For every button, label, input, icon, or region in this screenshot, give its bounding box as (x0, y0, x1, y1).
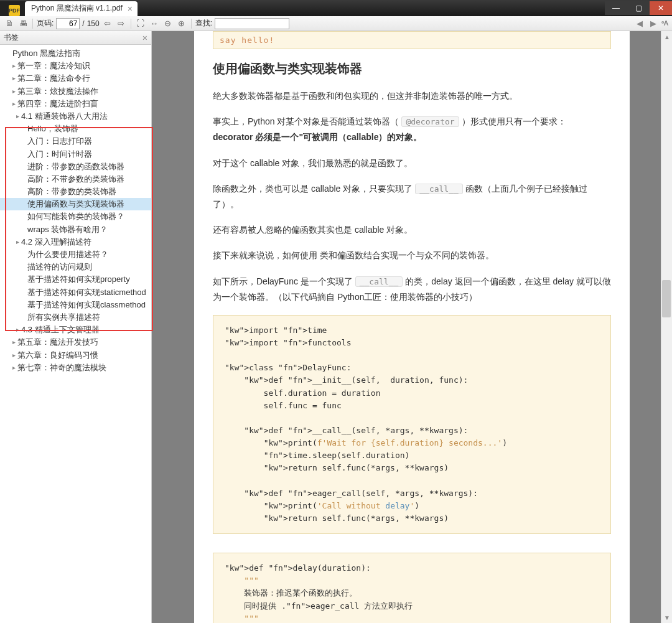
pdf-page: say hello! 使用偏函数与类实现装饰器 绝大多数装饰器都是基于函数和闭包… (194, 31, 630, 623)
sidebar-header: 书签 × (0, 31, 151, 45)
bookmark-item[interactable]: wraps 装饰器有啥用？ (0, 223, 151, 236)
sidebar-title: 书签 (4, 32, 19, 43)
page-sep: / (82, 19, 84, 28)
page-input[interactable] (56, 18, 80, 29)
bookmark-item[interactable]: Python 黑魔法指南 (0, 47, 151, 60)
scroll-thumb[interactable] (662, 280, 671, 317)
find-label: 查找: (195, 18, 212, 29)
inline-code: __call__ (355, 276, 403, 287)
page-label: 页码: (37, 18, 54, 29)
bookmark-item[interactable]: ▸4.3 精通上下文管理器 (0, 324, 151, 336)
next-page-icon[interactable]: ⇨ (116, 18, 127, 29)
document-viewport[interactable]: say hello! 使用偏函数与类实现装饰器 绝大多数装饰器都是基于函数和闭包… (152, 31, 672, 623)
bookmark-item[interactable]: 基于描述符如何实现staticmethod (0, 286, 151, 299)
bookmark-item[interactable]: 高阶：不带参数的类装饰器 (0, 173, 151, 185)
tab-title: Python 黑魔法指南 v1.1.pdf (31, 3, 123, 14)
bookmark-item[interactable]: ▸4.2 深入理解描述符 (0, 236, 151, 248)
forward-icon[interactable]: ▶ (648, 18, 659, 29)
sidebar-close-icon[interactable]: × (142, 33, 147, 43)
bookmark-item[interactable]: 进阶：带参数的函数装饰器 (0, 161, 151, 173)
main-area: 书签 × Python 黑魔法指南▸第一章：魔法冷知识▸第二章：魔法命令行▸第三… (0, 31, 672, 623)
inline-code: __call__ (415, 184, 463, 194)
bookmark-item[interactable]: ▸第五章：魔法开发技巧 (0, 336, 151, 349)
bookmark-item[interactable]: 描述符的访问规则 (0, 261, 151, 273)
bookmark-tree[interactable]: Python 黑魔法指南▸第一章：魔法冷知识▸第二章：魔法命令行▸第三章：炫技魔… (0, 45, 151, 623)
paragraph: 还有容易被人忽略的偏函数其实也是 callable 对象。 (213, 222, 611, 238)
bookmark-item[interactable]: 使用偏函数与类实现装饰器 (0, 198, 151, 210)
scroll-up-icon[interactable]: ▲ (661, 31, 672, 42)
bookmark-item[interactable]: 基于描述符如何实现property (0, 273, 151, 286)
bookmark-item[interactable]: ▸第一章：魔法冷知识 (0, 60, 151, 72)
bookmark-item[interactable]: ▸第四章：魔法进阶扫盲 (0, 98, 151, 110)
code-output-box: say hello! (213, 31, 611, 49)
page-total: 150 (87, 19, 100, 28)
minimize-button[interactable]: — (605, 1, 627, 15)
fit-page-icon[interactable]: ⛶ (135, 18, 146, 29)
bookmark-item[interactable]: ▸第三章：炫技魔法操作 (0, 85, 151, 98)
bookmark-item[interactable]: 高阶：带参数的类装饰器 (0, 185, 151, 198)
print-icon[interactable]: 🖶 (17, 18, 29, 29)
inline-code: @decorator (401, 116, 459, 127)
zoom-in-icon[interactable]: ⊕ (176, 18, 187, 29)
paragraph: 对于这个 callable 对象，我们最熟悉的就是函数了。 (213, 156, 611, 171)
bookmark-item[interactable]: 入门：时间计时器 (0, 148, 151, 161)
toolbar: 🗎 🖶 页码: / 150 ⇦ ⇨ ⛶ ↔ ⊖ ⊕ 查找: ◀ ▶ ᵃA (0, 16, 672, 31)
app-window: PDF Python 黑魔法指南 v1.1.pdf × — ▢ ✕ 🗎 🖶 页码… (0, 0, 672, 623)
bookmark-item[interactable]: 为什么要使用描述符？ (0, 248, 151, 261)
tab-area: PDF Python 黑魔法指南 v1.1.pdf × (0, 1, 138, 16)
code-block-2: "kw">def "fn">delay(duration): """ 装饰器：推… (213, 553, 611, 623)
bookmark-item[interactable]: 基于描述符如何实现classmethod (0, 299, 151, 311)
bookmark-item[interactable]: ▸4.1 精通装饰器八大用法 (0, 110, 151, 123)
bookmarks-sidebar: 书签 × Python 黑魔法指南▸第一章：魔法冷知识▸第二章：魔法命令行▸第三… (0, 31, 152, 623)
zoom-out-icon[interactable]: ⊖ (162, 18, 174, 29)
app-icon: PDF (9, 5, 20, 16)
find-input[interactable] (215, 18, 289, 29)
paragraph: 事实上，Python 对某个对象是否能通过装饰器（ @decorator ）形式… (213, 114, 611, 145)
document-tab[interactable]: Python 黑魔法指南 v1.1.pdf × (25, 1, 138, 16)
bookmark-item[interactable]: ▸第六章：良好编码习惯 (0, 349, 151, 362)
bookmark-item[interactable]: 入门：日志打印器 (0, 135, 151, 148)
paragraph: 如下所示，DelayFunc 是一个实现了 __call__ 的类，delay … (213, 274, 611, 305)
close-button[interactable]: ✕ (650, 1, 672, 15)
window-controls: — ▢ ✕ (605, 1, 672, 15)
section-heading: 使用偏函数与类实现装饰器 (213, 60, 611, 77)
paragraph: 绝大多数装饰器都是基于函数和闭包实现的，但这并非制造装饰器的唯一方式。 (213, 88, 611, 104)
bookmark-item[interactable]: ▸第七章：神奇的魔法模块 (0, 362, 151, 374)
tab-close-icon[interactable]: × (128, 4, 133, 14)
text-size-icon[interactable]: ᵃA (661, 19, 668, 27)
bookmark-item[interactable]: 所有实例共享描述符 (0, 311, 151, 324)
maximize-button[interactable]: ▢ (627, 1, 650, 15)
paragraph: 接下来就来说说，如何使用 类和偏函数结合实现一个与众不同的装饰器。 (213, 248, 611, 263)
paragraph: 除函数之外，类也可以是 callable 对象，只要实现了 __call__ 函… (213, 181, 611, 212)
bookmark-item[interactable]: Hello，装饰器 (0, 123, 151, 135)
prev-page-icon[interactable]: ⇦ (102, 18, 113, 29)
scroll-down-icon[interactable]: ▼ (661, 612, 672, 623)
titlebar: PDF Python 黑魔法指南 v1.1.pdf × — ▢ ✕ (0, 0, 672, 16)
back-icon[interactable]: ◀ (634, 18, 645, 29)
bookmark-item[interactable]: 如何写能装饰类的装饰器？ (0, 210, 151, 223)
open-icon[interactable]: 🗎 (4, 18, 15, 29)
bookmark-item[interactable]: ▸第二章：魔法命令行 (0, 72, 151, 85)
code-block-1: "kw">import "fn">time "kw">import "fn">f… (213, 315, 611, 534)
vertical-scrollbar[interactable]: ▲ ▼ (661, 31, 672, 623)
fit-width-icon[interactable]: ↔ (149, 18, 160, 29)
